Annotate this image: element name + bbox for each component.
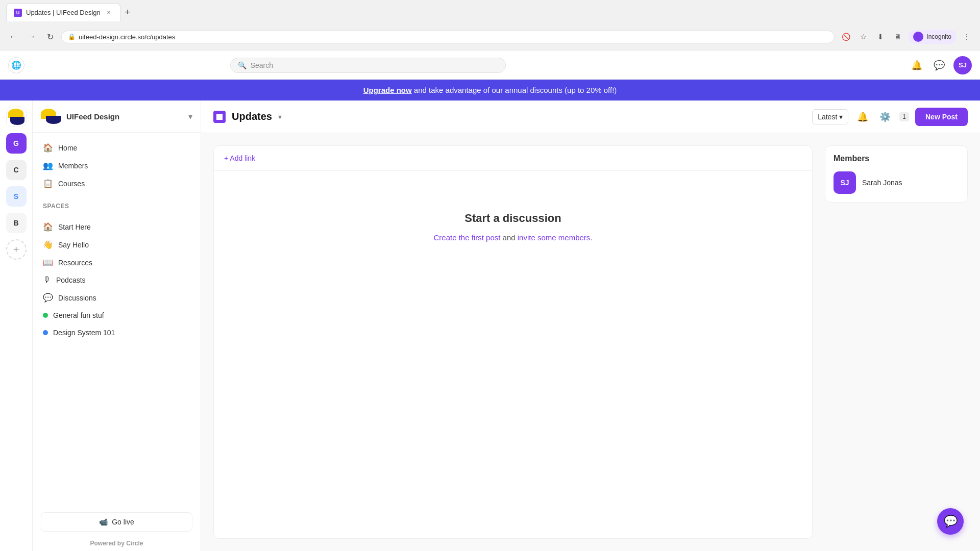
sidebar-item-discussions[interactable]: 💬 Discussions (37, 289, 197, 307)
latest-label: Latest (818, 113, 837, 121)
video-icon: 📹 (99, 518, 108, 526)
sidebar-item-resources[interactable]: 📖 Resources (37, 254, 197, 271)
channel-icon (213, 111, 226, 123)
community-icon-b[interactable]: B (6, 213, 27, 233)
settings-button[interactable]: ⚙️ (877, 109, 893, 125)
community-icon-c[interactable]: C (6, 160, 27, 180)
user-avatar[interactable]: SJ (953, 56, 972, 74)
upgrade-banner: Upgrade now and take advantage of our an… (0, 80, 980, 101)
forward-button[interactable]: → (24, 30, 39, 44)
chevron-down-icon[interactable]: ▾ (188, 112, 192, 121)
bell-button[interactable]: 🔔 (854, 109, 871, 125)
discussions-icon: 💬 (43, 293, 53, 303)
tab-favicon: U (14, 9, 22, 17)
globe-button[interactable]: 🌐 (8, 57, 24, 73)
invite-members-link[interactable]: invite some members (518, 233, 591, 242)
reload-button[interactable]: ↻ (43, 30, 57, 44)
empty-state-description: Create the first post and invite some me… (434, 233, 593, 242)
community-sidebar: G C S B + (0, 101, 33, 551)
browser-tab[interactable]: U Updates | UIFeed Design ✕ (6, 3, 120, 21)
space-label-resources: Resources (58, 259, 92, 267)
spaces-section-title: Spaces (33, 198, 201, 212)
app: 🌐 🔍 Search 🔔 💬 SJ Upgrade now and take a… (0, 51, 980, 551)
resources-icon: 📖 (43, 258, 53, 267)
community-name: UIFeed Design (66, 112, 183, 121)
tab-bar: U Updates | UIFeed Design ✕ + (0, 0, 980, 24)
sidebar-item-general-fun[interactable]: General fun stuf (37, 307, 197, 324)
go-live-button[interactable]: 📹 Go live (41, 512, 192, 532)
add-link-label: + Add link (224, 154, 255, 162)
sidebar-item-home-label: Home (58, 144, 77, 152)
brand-name: Circle (126, 540, 143, 547)
chat-fab-button[interactable]: 💬 (937, 508, 964, 535)
tab-close-button[interactable]: ✕ (105, 9, 113, 17)
members-section-title: Members (834, 154, 959, 163)
desktop-icon[interactable]: 🖥 (891, 30, 905, 44)
start-here-icon: 🏠 (43, 222, 53, 232)
url-text: uifeed-design.circle.so/c/updates (79, 33, 175, 41)
camera-off-icon[interactable]: 🚫 (839, 30, 853, 44)
sidebar-header: UIFeed Design ▾ (33, 101, 201, 133)
spaces-nav: 🏠 Start Here 👋 Say Hello 📖 Resources 🎙 P… (33, 212, 201, 347)
community-logo (41, 109, 61, 124)
empty-state-title: Start a discussion (464, 212, 561, 225)
add-link-bar[interactable]: + Add link (214, 146, 812, 171)
community-icon-business[interactable] (6, 107, 27, 127)
address-bar-row: ← → ↻ 🔒 uifeed-design.circle.so/c/update… (0, 24, 980, 49)
chat-fab-icon: 💬 (944, 515, 958, 528)
sidebar-item-courses-label: Courses (58, 180, 85, 188)
back-button[interactable]: ← (6, 30, 20, 44)
sidebar-item-members-label: Members (58, 162, 88, 170)
add-community-button[interactable]: + (6, 239, 27, 260)
community-icon-g[interactable]: G (6, 133, 27, 154)
sidebar-item-courses[interactable]: 📋 Courses (37, 174, 197, 192)
sidebar-item-members[interactable]: 👥 Members (37, 157, 197, 174)
banner-text: and take advantage of our annual discoun… (412, 86, 617, 94)
space-label-start-here: Start Here (58, 223, 91, 231)
and-text: and (500, 233, 517, 242)
create-post-link[interactable]: Create the first post (434, 233, 501, 242)
courses-icon: 📋 (43, 179, 53, 188)
search-bar[interactable]: 🔍 Search (230, 58, 506, 73)
space-label-say-hello: Say Hello (58, 241, 89, 249)
say-hello-icon: 👋 (43, 240, 53, 249)
sidebar-item-design-system[interactable]: Design System 101 (37, 324, 197, 341)
sidebar-item-podcasts[interactable]: 🎙 Podcasts (37, 271, 197, 289)
profile-chip[interactable]: Incognito (908, 30, 957, 44)
bookmark-icon[interactable]: ☆ (856, 30, 870, 44)
sidebar-item-start-here[interactable]: 🏠 Start Here (37, 218, 197, 236)
browser-chrome: U Updates | UIFeed Design ✕ + ← → ↻ 🔒 ui… (0, 0, 980, 51)
member-avatar: SJ (834, 171, 856, 194)
green-dot-icon (43, 311, 48, 320)
space-label-podcasts: Podcasts (56, 276, 86, 284)
address-bar[interactable]: 🔒 uifeed-design.circle.so/c/updates (61, 31, 835, 43)
space-label-design-system: Design System 101 (53, 329, 115, 337)
chat-bubble-icon[interactable]: 💬 (931, 57, 947, 73)
svg-rect-0 (216, 114, 223, 120)
community-icon-s[interactable]: S (6, 186, 27, 207)
new-tab-button[interactable]: + (120, 5, 135, 19)
content-body: + Add link Start a discussion Create the… (201, 133, 980, 551)
channel-chevron-icon[interactable]: ▾ (278, 113, 282, 121)
sidebar-item-home[interactable]: 🏠 Home (37, 139, 197, 157)
powered-by: Powered by Circle (33, 536, 201, 551)
upgrade-link[interactable]: Upgrade now (363, 86, 412, 94)
sidebar-item-say-hello[interactable]: 👋 Say Hello (37, 236, 197, 254)
go-live-label: Go live (112, 518, 134, 526)
browser-avatar (913, 32, 923, 42)
latest-dropdown[interactable]: Latest ▾ (812, 109, 848, 124)
space-label-discussions: Discussions (58, 294, 96, 302)
sidebar-nav: 🏠 Home 👥 Members 📋 Courses (33, 133, 201, 198)
more-options-icon[interactable]: ⋮ (960, 30, 974, 44)
content-area: Updates ▾ Latest ▾ 🔔 ⚙️ 1 New Post + Add… (201, 101, 980, 551)
browser-actions: 🚫 ☆ ⬇ 🖥 Incognito ⋮ (839, 30, 974, 44)
period-text: . (590, 233, 592, 242)
new-post-button[interactable]: New Post (915, 108, 968, 126)
members-icon: 👥 (43, 161, 53, 170)
notification-badge: 1 (899, 112, 909, 121)
member-name: Sarah Jonas (862, 179, 902, 187)
download-icon[interactable]: ⬇ (873, 30, 888, 44)
search-icon: 🔍 (238, 61, 247, 69)
main-feed: + Add link Start a discussion Create the… (213, 145, 813, 539)
notification-bell-icon[interactable]: 🔔 (909, 57, 925, 73)
